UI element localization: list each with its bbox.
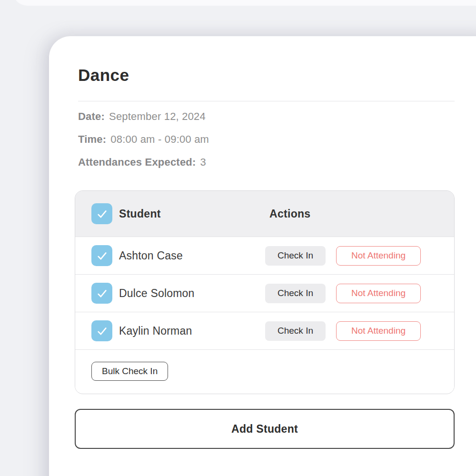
table-header-row: Student Actions xyxy=(75,191,454,237)
row-checkbox[interactable] xyxy=(91,245,112,266)
time-label: Time: xyxy=(78,133,106,145)
attendances-expected-row: Attendances Expected:3 xyxy=(78,156,206,169)
time-row: Time:08:00 am - 09:00 am xyxy=(78,133,209,146)
check-in-button[interactable]: Check In xyxy=(265,246,326,266)
select-all-checkbox[interactable] xyxy=(91,203,112,224)
background-panel-corner xyxy=(12,0,476,6)
not-attending-button[interactable]: Not Attending xyxy=(336,321,421,341)
not-attending-button[interactable]: Not Attending xyxy=(336,246,421,266)
actions-column-header: Actions xyxy=(269,208,310,220)
student-column-header: Student xyxy=(119,208,161,220)
checkmark-icon xyxy=(96,325,109,337)
table-footer-row: Bulk Check In xyxy=(75,350,454,392)
time-value: 08:00 am - 09:00 am xyxy=(110,133,209,145)
date-value: September 12, 2024 xyxy=(109,110,206,122)
date-row: Date:September 12, 2024 xyxy=(78,110,206,123)
not-attending-button[interactable]: Not Attending xyxy=(336,284,421,303)
row-checkbox[interactable] xyxy=(91,320,112,341)
attendances-expected-value: 3 xyxy=(200,156,206,168)
table-row: Kaylin Norman Check In Not Attending xyxy=(75,312,454,350)
divider xyxy=(78,101,455,101)
date-label: Date: xyxy=(78,110,105,122)
bulk-check-in-button[interactable]: Bulk Check In xyxy=(91,362,168,381)
row-checkbox[interactable] xyxy=(91,283,112,304)
check-in-button[interactable]: Check In xyxy=(265,284,326,303)
checkmark-icon xyxy=(96,208,109,220)
student-name: Ashton Case xyxy=(119,249,183,262)
checkmark-icon xyxy=(96,249,109,262)
student-name: Kaylin Norman xyxy=(119,325,192,337)
student-name: Dulce Solomon xyxy=(119,287,195,300)
table-row: Ashton Case Check In Not Attending xyxy=(75,237,454,275)
attendance-table: Student Actions Ashton Case Check In Not… xyxy=(75,190,455,394)
page-title: Dance xyxy=(78,66,129,85)
attendances-expected-label: Attendances Expected: xyxy=(78,156,196,168)
check-in-button[interactable]: Check In xyxy=(265,321,326,341)
checkmark-icon xyxy=(96,287,109,300)
add-student-button[interactable]: Add Student xyxy=(75,409,455,449)
table-row: Dulce Solomon Check In Not Attending xyxy=(75,275,454,312)
